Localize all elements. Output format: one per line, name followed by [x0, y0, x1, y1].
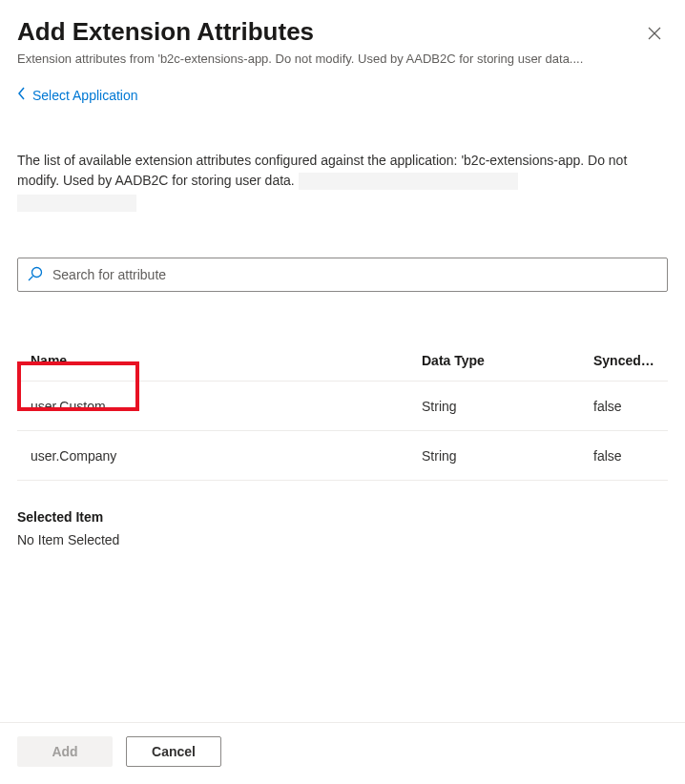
page-title: Add Extension Attributes — [17, 17, 314, 47]
search-input[interactable] — [52, 267, 657, 282]
search-field-wrapper[interactable] — [17, 258, 668, 292]
chevron-left-icon — [17, 87, 27, 103]
cancel-button[interactable]: Cancel — [126, 736, 221, 767]
page-subtitle: Extension attributes from 'b2c-extension… — [17, 52, 668, 66]
attributes-table: Name Data Type Synced From ... user.Cust… — [17, 340, 668, 481]
table-row[interactable]: user.Custom String false — [17, 382, 668, 431]
svg-line-3 — [29, 276, 33, 280]
redacted-area — [299, 173, 518, 190]
cell-datatype: String — [422, 448, 593, 464]
breadcrumb-label: Select Application — [32, 88, 138, 103]
selected-item-section: Selected Item No Item Selected — [17, 509, 668, 547]
search-icon — [28, 266, 43, 284]
selected-item-value: No Item Selected — [17, 532, 668, 547]
close-button[interactable] — [641, 21, 668, 48]
cell-name: user.Custom — [31, 399, 422, 414]
breadcrumb-back[interactable]: Select Application — [17, 87, 668, 103]
table-header: Name Data Type Synced From ... — [17, 340, 668, 382]
redacted-area — [17, 195, 136, 212]
description-text: The list of available extension attribut… — [17, 151, 668, 212]
selected-item-heading: Selected Item — [17, 509, 668, 525]
close-icon — [648, 27, 661, 43]
cell-syncedfrom: false — [593, 448, 654, 464]
column-header-syncedfrom[interactable]: Synced From ... — [593, 353, 654, 368]
table-row[interactable]: user.Company String false — [17, 431, 668, 481]
cell-syncedfrom: false — [593, 399, 654, 414]
svg-point-2 — [32, 267, 42, 277]
column-header-datatype[interactable]: Data Type — [422, 353, 593, 368]
cell-datatype: String — [422, 399, 593, 414]
cell-name: user.Company — [31, 448, 422, 464]
footer-divider — [0, 722, 685, 723]
column-header-name[interactable]: Name — [31, 353, 422, 368]
footer: Add Cancel — [17, 709, 668, 784]
add-button[interactable]: Add — [17, 736, 113, 767]
